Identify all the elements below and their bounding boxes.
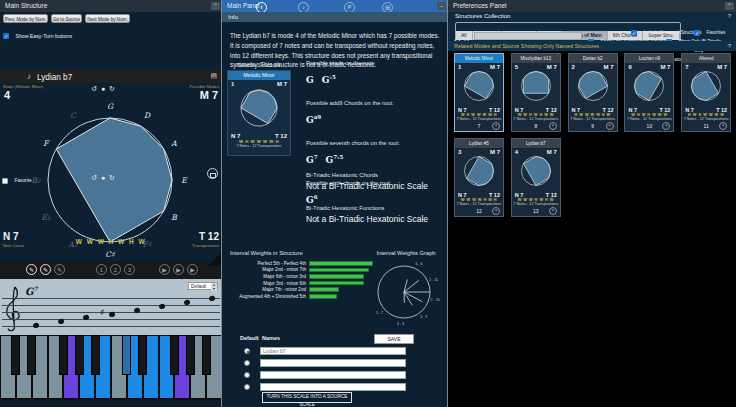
main-panel: Main Panel i ♪ P ▤ − Info The Lydian b7 … — [222, 0, 448, 407]
next-mode-button[interactable]: Next Mode by Num. — [85, 14, 130, 23]
name-row — [222, 369, 448, 381]
black-key[interactable] — [138, 335, 147, 375]
circle-note-label[interactable]: B♭ — [31, 176, 41, 185]
staff-line — [2, 319, 220, 320]
main-structure-panel: Main Structure ⌃ Prev. Mode by Num. Go t… — [0, 0, 222, 407]
collapse-icon[interactable]: − — [437, 2, 446, 10]
circle-note-label[interactable]: B — [171, 213, 177, 222]
info-tab[interactable]: Info — [222, 12, 448, 22]
remove-icon[interactable]: × — [549, 122, 557, 130]
structure-card-title[interactable]: Locrian n9 — [625, 54, 673, 63]
piano-keyboard[interactable] — [0, 335, 222, 400]
structure-card-title[interactable]: Lydian #5 — [455, 139, 503, 148]
circle-note-label[interactable]: E♭ — [41, 213, 50, 222]
skip-icon[interactable]: ▶ — [187, 264, 198, 275]
layer-3-button[interactable]: 3 — [124, 264, 135, 275]
edit-icon[interactable]: ▤ — [210, 72, 217, 80]
structure-card[interactable]: Dorian b2 2M 7 N 7T 12 H W W W W H W 7 N… — [568, 53, 618, 132]
structure-card-title[interactable]: Lydian b7 — [512, 139, 560, 148]
turn-into-source-button[interactable]: TURN THIS SCALE INTO A SOURCE SCALE — [262, 392, 352, 403]
circle-note-label[interactable]: E — [181, 176, 188, 185]
rotate-cw-icon[interactable]: ↻ — [109, 174, 119, 181]
remove-icon[interactable]: × — [662, 122, 670, 130]
rotate-ccw-icon[interactable]: ↺ — [91, 85, 101, 92]
pencil-slash-icon[interactable]: ✎ — [40, 264, 51, 275]
remove-icon[interactable]: × — [549, 207, 557, 215]
chord-sup: 7 — [34, 285, 38, 292]
structure-card-title[interactable]: Altered — [682, 54, 730, 63]
dot-icon[interactable]: ● — [101, 174, 109, 181]
lock-icon[interactable] — [207, 168, 218, 179]
circle-note-label[interactable]: A — [170, 139, 177, 148]
scale-name-input[interactable] — [260, 383, 406, 391]
layer-1-button[interactable]: 1 — [96, 264, 107, 275]
scale-name-input[interactable] — [260, 371, 406, 379]
remove-icon[interactable]: × — [492, 207, 500, 215]
default-radio[interactable] — [244, 372, 250, 378]
staff-view-icon[interactable]: ▤ — [382, 2, 393, 13]
interval-weight-bar — [309, 274, 364, 279]
remove-icon[interactable]: × — [606, 122, 614, 130]
easy-turn-checkbox[interactable]: ✓ — [3, 33, 9, 39]
resize-handle[interactable] — [208, 252, 222, 266]
scale-circle — [455, 155, 503, 188]
default-header: Default — [240, 335, 259, 341]
rotate-cw-icon[interactable]: ↻ — [109, 85, 119, 92]
remove-icon[interactable]: × — [492, 122, 500, 130]
black-key[interactable] — [59, 335, 68, 375]
black-key[interactable] — [27, 335, 36, 375]
source-structure-card[interactable]: Melodic Minor 1M 7 N 7T 12 W H W W W W H… — [227, 70, 291, 156]
collapse-icon[interactable]: ⌃ — [211, 2, 220, 10]
preset-select[interactable]: Default ▲▼ — [188, 282, 218, 290]
black-key[interactable] — [91, 335, 100, 375]
black-key[interactable] — [170, 335, 179, 375]
black-key[interactable] — [11, 335, 20, 375]
black-key[interactable] — [202, 335, 211, 375]
layer-2-button[interactable]: 2 — [110, 264, 121, 275]
notes-transpositions-label: 7 Notes - 12 Transpositions — [455, 117, 503, 121]
circle-note-label[interactable]: C — [70, 111, 77, 120]
prev-mode-button[interactable]: Prev. Mode by Num. — [3, 14, 48, 23]
center-turn-controls[interactable]: ↺●↻ — [91, 174, 119, 182]
pencil-icon[interactable]: ✎ — [26, 264, 37, 275]
circle-note-label[interactable]: G — [107, 102, 114, 111]
black-key[interactable] — [122, 335, 131, 375]
structure-card[interactable]: Lydian #5 3M 7 N 7T 12 W W W W H W H 7 N… — [454, 138, 504, 217]
structure-card[interactable]: Lydian b7 4M 7 N 7T 12 W W W H W H W 7 N… — [511, 138, 561, 217]
play-scale-icon[interactable]: ▶ — [173, 264, 184, 275]
pencil-off-icon[interactable]: ✎ — [54, 264, 65, 275]
parameters-icon[interactable]: P — [344, 2, 355, 13]
black-key[interactable] — [186, 335, 195, 375]
note-circle-icon[interactable]: ♪ — [298, 2, 309, 13]
default-radio[interactable] — [244, 384, 250, 390]
structure-card[interactable]: Melodic Minor 1M 7 N 7T 12 W H W W W W H… — [454, 53, 504, 132]
favorite-checkbox[interactable] — [2, 178, 8, 184]
scale-circle[interactable]: GDAEBF♯C♯A♭E♭B♭FC — [0, 83, 222, 261]
scale-name-input[interactable] — [260, 347, 406, 355]
structure-card-title[interactable]: Dorian b2 — [569, 54, 617, 63]
select-stepper-icon[interactable]: ▲▼ — [211, 283, 217, 291]
structure-card-title[interactable]: Melodic Minor — [455, 54, 503, 63]
notes-transpositions-label: 7 Notes - 12 Transpositions — [569, 117, 617, 121]
go-to-source-button[interactable]: Go to Source — [51, 14, 82, 23]
structure-card-title[interactable]: Mixolydian b13 — [512, 54, 560, 63]
play-icon[interactable]: ▶ — [159, 264, 170, 275]
remove-icon[interactable]: × — [719, 122, 727, 130]
rotate-ccw-icon[interactable]: ↺ — [91, 174, 101, 181]
circle-note-label[interactable]: D — [144, 111, 151, 120]
black-key[interactable] — [75, 335, 84, 375]
circle-note-label[interactable]: C♯ — [105, 250, 116, 259]
scale-name-input[interactable] — [260, 359, 406, 367]
info-icon[interactable]: i — [256, 2, 267, 13]
save-changes-button[interactable]: SAVE CHANGES — [374, 334, 414, 344]
structure-card[interactable]: Altered 7M 7 N 7T 12 H W H W W W W 7 Not… — [681, 53, 731, 132]
main-structure-titlebar: Main Structure ⌃ — [0, 0, 222, 12]
default-radio[interactable] — [244, 360, 250, 366]
name-row — [222, 345, 448, 357]
dot-icon[interactable]: ● — [101, 85, 109, 92]
structure-card[interactable]: Locrian n9 6M 7 N 7T 12 W H W H W W W 7 … — [624, 53, 674, 132]
structure-card[interactable]: Mixolydian b13 5M 7 N 7T 12 W W H W H W … — [511, 53, 561, 132]
circle-note-label[interactable]: F — [43, 139, 50, 148]
top-turn-controls[interactable]: ↺●↻ — [91, 85, 119, 93]
default-radio[interactable] — [244, 348, 250, 354]
